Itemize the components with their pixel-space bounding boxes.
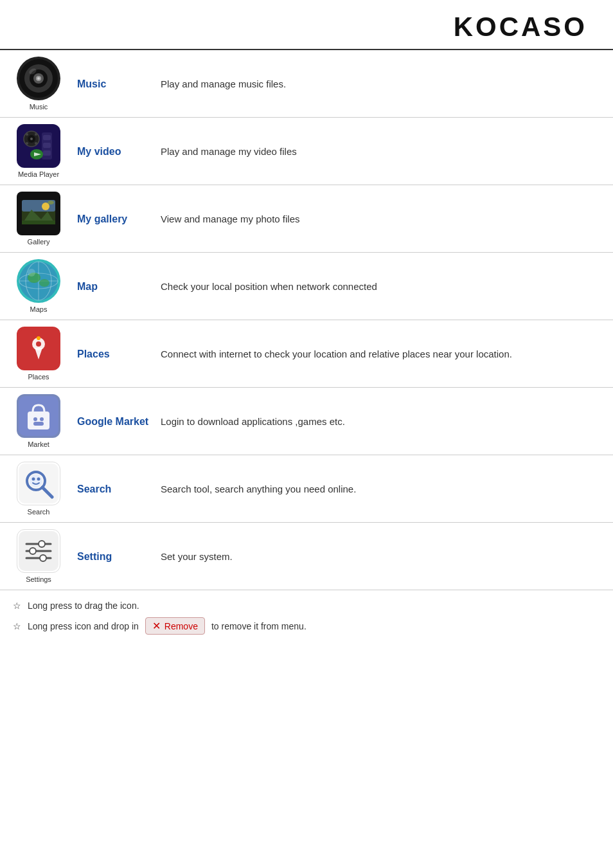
- svg-point-27: [48, 201, 54, 204]
- music-icon-svg: [19, 59, 58, 98]
- svg-point-40: [37, 336, 40, 340]
- video-icon: [17, 124, 60, 168]
- list-item[interactable]: Media Player My video Play and manage my…: [0, 118, 613, 185]
- market-icon: [17, 394, 60, 438]
- svg-point-5: [37, 77, 40, 80]
- svg-rect-18: [43, 150, 51, 156]
- music-icon-wrapper: Music: [6, 57, 71, 111]
- star-2: ☆: [13, 621, 21, 631]
- svg-point-50: [32, 478, 35, 481]
- list-item[interactable]: Search Search Search tool, search anythi…: [0, 455, 613, 523]
- svg-rect-45: [33, 422, 44, 426]
- market-icon-wrapper: Market: [6, 394, 71, 448]
- gallery-icon-wrapper: Gallery: [6, 192, 71, 246]
- maps-icon-wrapper: Maps: [6, 259, 71, 313]
- footer-notes: ☆ Long press to drag the icon. ☆ Long pr…: [0, 590, 613, 654]
- footer-line-2: ☆ Long press icon and drop in ✕ Remove t…: [13, 617, 600, 635]
- svg-point-38: [36, 341, 41, 347]
- gallery-icon: [17, 192, 60, 235]
- video-icon-svg: [19, 126, 58, 166]
- list-item[interactable]: Gallery My gallery View and manage my ph…: [0, 185, 613, 253]
- settings-label: Settings: [26, 575, 51, 583]
- footer-note-2-pre: Long press icon and drop in: [28, 621, 139, 631]
- footer-line-1: ☆ Long press to drag the icon.: [13, 601, 600, 611]
- video-desc: Play and manage my video files: [161, 145, 600, 157]
- market-info: Google Market Login to download applicat…: [71, 415, 600, 428]
- list-item[interactable]: Settings Setting Set your system.: [0, 523, 613, 590]
- places-icon-svg: [19, 329, 58, 368]
- settings-name: Setting: [77, 550, 161, 563]
- svg-point-12: [35, 133, 37, 136]
- places-name: Places: [77, 347, 161, 360]
- market-name: Google Market: [77, 415, 161, 428]
- svg-rect-26: [22, 221, 55, 224]
- svg-point-44: [40, 417, 44, 421]
- svg-rect-17: [43, 143, 51, 148]
- svg-rect-16: [43, 135, 51, 140]
- places-desc: Connect with internet to check your loca…: [161, 347, 600, 359]
- settings-icon-svg: [19, 531, 58, 571]
- remove-label: Remove: [164, 621, 198, 631]
- search-name: Search: [77, 482, 161, 495]
- list-item[interactable]: Market Google Market Login to download a…: [0, 388, 613, 455]
- maps-label: Maps: [30, 305, 48, 313]
- market-icon-svg: [19, 396, 58, 436]
- gallery-name: My gallery: [77, 212, 161, 225]
- list-item[interactable]: Music Music Play and manage music files.: [0, 50, 613, 118]
- music-desc: Play and manage music files.: [161, 77, 600, 89]
- svg-rect-42: [28, 411, 49, 429]
- search-info: Search Search tool, search anything you …: [71, 482, 600, 495]
- search-icon: [17, 462, 60, 505]
- svg-rect-7: [19, 126, 58, 166]
- music-label: Music: [30, 103, 48, 111]
- app-list: Music Music Play and manage music files.: [0, 50, 613, 590]
- svg-point-14: [35, 142, 37, 145]
- places-label: Places: [28, 373, 49, 381]
- music-icon: [17, 57, 60, 100]
- svg-point-48: [30, 475, 42, 487]
- list-item[interactable]: Places Places Connect with internet to c…: [0, 320, 613, 388]
- footer-note-2-post: to remove it from menu.: [211, 621, 306, 631]
- search-label: Search: [28, 508, 50, 516]
- video-info: My video Play and manage my video files: [71, 145, 600, 158]
- svg-point-10: [30, 138, 33, 140]
- svg-point-13: [26, 142, 28, 145]
- list-item[interactable]: Maps Map Check your local position when …: [0, 253, 613, 320]
- places-icon: [17, 327, 60, 370]
- header: KOCASO: [0, 0, 613, 50]
- svg-point-51: [37, 478, 40, 481]
- search-desc: Search tool, search anything you need on…: [161, 482, 600, 494]
- maps-icon: [17, 259, 60, 303]
- remove-x-icon: ✕: [152, 620, 161, 632]
- gallery-label: Gallery: [28, 238, 50, 246]
- video-name: My video: [77, 145, 161, 158]
- maps-info: Map Check your local position when netwo…: [71, 280, 600, 293]
- settings-desc: Set your system.: [161, 550, 600, 562]
- market-label: Market: [28, 440, 49, 448]
- svg-point-35: [28, 269, 35, 276]
- svg-point-11: [26, 133, 28, 136]
- svg-point-58: [40, 555, 46, 561]
- search-icon-svg: [19, 464, 58, 503]
- video-icon-wrapper: Media Player: [6, 124, 71, 178]
- remove-badge: ✕ Remove: [145, 617, 205, 635]
- maps-desc: Check your local position when network c…: [161, 280, 600, 292]
- market-desc: Login to download applications ,games et…: [161, 415, 600, 427]
- svg-point-57: [30, 548, 36, 554]
- music-name: Music: [77, 77, 161, 90]
- settings-info: Setting Set your system.: [71, 550, 600, 563]
- svg-point-34: [39, 279, 49, 287]
- gallery-icon-svg: [19, 194, 58, 233]
- gallery-info: My gallery View and manage my photo file…: [71, 212, 600, 225]
- places-info: Places Connect with internet to check yo…: [71, 347, 600, 360]
- search-icon-wrapper: Search: [6, 462, 71, 516]
- footer-note-1: Long press to drag the icon.: [28, 601, 139, 611]
- settings-icon: [17, 529, 60, 573]
- gallery-desc: View and manage my photo files: [161, 212, 600, 224]
- maps-name: Map: [77, 280, 161, 293]
- star-1: ☆: [13, 601, 21, 611]
- maps-icon-svg: [19, 261, 58, 301]
- music-info: Music Play and manage music files.: [71, 77, 600, 90]
- video-label: Media Player: [18, 170, 59, 178]
- logo: KOCASO: [454, 12, 587, 42]
